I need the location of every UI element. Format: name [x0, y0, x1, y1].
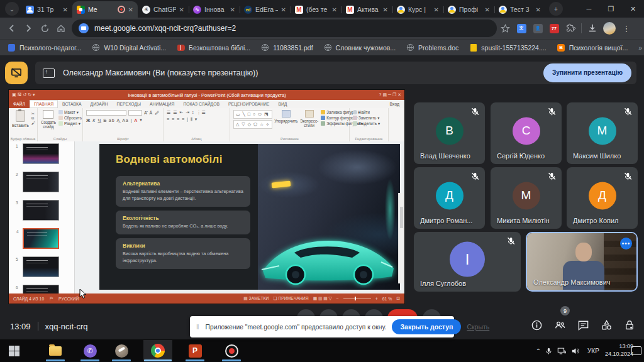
- tab-contacts[interactable]: 31 Тр ✕: [21, 1, 72, 18]
- zoom-out-button[interactable]: −: [336, 297, 339, 301]
- slide-thumbnail-5[interactable]: 5: [23, 256, 59, 277]
- current-slide-canvas[interactable]: Водневі автомобілі Альтернатива Водневі …: [99, 144, 400, 290]
- chrome-menu-kebab-icon[interactable]: ⋮: [620, 22, 633, 35]
- ribbon-tab-review[interactable]: РЕЦЕНЗИРОВАНИЕ: [224, 100, 274, 108]
- language-indicator[interactable]: РУССКИЙ: [58, 297, 79, 301]
- stop-presenting-button[interactable]: Зупинити презентацію: [543, 63, 631, 82]
- slide-thumbnail-2[interactable]: 2: [23, 172, 59, 192]
- tab-course[interactable]: Курс | ✕: [392, 1, 443, 18]
- bookmark-item[interactable]: 11083851.pdf: [261, 43, 313, 52]
- back-button[interactable]: [4, 20, 20, 36]
- tab-meet-active[interactable]: Me ✕: [72, 1, 138, 18]
- close-button[interactable]: ✕: [622, 0, 644, 18]
- tray-microphone-icon[interactable]: [545, 339, 553, 362]
- tray-language-indicator[interactable]: УКР: [587, 339, 599, 362]
- participant-tile[interactable]: С Сергій Юденко: [491, 102, 562, 164]
- tray-clock[interactable]: 13:0924.10.2024: [605, 339, 633, 362]
- stop-access-button[interactable]: Закрыть доступ: [392, 319, 461, 334]
- ribbon-tab-design[interactable]: ДИЗАЙН: [86, 100, 113, 108]
- cut-copy-group[interactable]: ✂⧉🖌: [31, 110, 35, 125]
- tab-innova[interactable]: ∿ Іннова ✕: [189, 1, 240, 18]
- self-video-tile[interactable]: ••• Олександр Максимович: [526, 232, 638, 292]
- ribbon-tab-home[interactable]: ГЛАВНАЯ: [30, 100, 58, 108]
- tab-search-button[interactable]: ⌄: [5, 2, 19, 16]
- new-tab-button[interactable]: +: [549, 2, 563, 16]
- minimize-button[interactable]: ─: [578, 0, 600, 18]
- bookmark-item[interactable]: Словник чужомов...: [324, 43, 396, 52]
- meeting-details-button[interactable]: [529, 317, 544, 332]
- ribbon-tab-animations[interactable]: АНИМАЦИЯ: [145, 100, 179, 108]
- tab-test[interactable]: Тест 3 ✕: [494, 1, 545, 18]
- tab-close-icon[interactable]: ✕: [128, 6, 133, 13]
- slide-thumbnail-1[interactable]: 1: [23, 143, 59, 164]
- bookmark-item[interactable]: BПсихологія вищої...: [557, 43, 628, 52]
- ribbon-tab-slideshow[interactable]: ПОКАЗ СЛАЙДОВ: [179, 100, 224, 108]
- arrange-button[interactable]: Упорядочить: [275, 110, 297, 123]
- align-buttons[interactable]: ≡ ≡ ≡ ≡ | ⫴ ▾: [167, 117, 197, 122]
- gimp-taskbar-icon[interactable]: [114, 343, 129, 358]
- font-size-select[interactable]: [128, 110, 142, 116]
- hide-notification-link[interactable]: Скрыть: [467, 323, 489, 331]
- bookmark-item[interactable]: Психолого-педагог...: [8, 43, 81, 52]
- bookmark-star-icon[interactable]: [497, 20, 513, 36]
- quick-styles-button[interactable]: Экспресс-стили: [300, 110, 318, 128]
- participant-tile[interactable]: В Влад Шевченко: [414, 102, 485, 164]
- bookmark-item[interactable]: Безкоштовна біблі...: [177, 43, 250, 52]
- file-explorer-taskbar-icon[interactable]: [48, 343, 63, 358]
- tab-close-icon[interactable]: ✕: [179, 6, 184, 13]
- shapes-gallery-row2[interactable]: △ ▽ ◇ ⬠ ☆ ⟡: [233, 120, 272, 129]
- screen-recorder-taskbar-icon[interactable]: [224, 343, 239, 358]
- viber-taskbar-icon[interactable]: ✆: [82, 343, 97, 358]
- tab-edera[interactable]: ed EdEra – ✕: [240, 1, 291, 18]
- profile-avatar[interactable]: [603, 22, 616, 35]
- extension-icon[interactable]: 👤: [531, 22, 544, 35]
- bookmark-item[interactable]: W10 Digital Activati...: [92, 43, 166, 52]
- sign-in-link[interactable]: Вход: [390, 100, 404, 108]
- tab-profile[interactable]: Профі ✕: [443, 1, 494, 18]
- presentation-warning-button[interactable]: [5, 62, 28, 84]
- fit-slide-button[interactable]: ⊡: [396, 296, 400, 301]
- participant-tile[interactable]: Д Дмитро Копил: [567, 167, 638, 229]
- tab-close-icon[interactable]: ✕: [383, 6, 388, 13]
- tray-network-icon[interactable]: [557, 339, 567, 362]
- powerpoint-taskbar-icon[interactable]: P: [187, 343, 203, 358]
- view-mode-buttons[interactable]: ▦ ▥ ▤ ▽: [313, 296, 332, 301]
- font-style-buttons[interactable]: Ж К Ч S ab А̲ Aa | А ▾: [86, 118, 143, 123]
- drag-handle-icon[interactable]: ‖: [196, 323, 200, 331]
- bookmarks-overflow-chevron[interactable]: »: [638, 44, 642, 52]
- list-buttons[interactable]: ☰ ☰ ⇤ ⇥ ↕ ⋮☰: [167, 110, 206, 115]
- bookmark-item[interactable]: spuslit-1557135224....: [469, 43, 546, 52]
- ribbon-tab-insert[interactable]: ВСТАВКА: [58, 100, 86, 108]
- tab-chatgpt[interactable]: ✳ ChatGP ✕: [138, 1, 189, 18]
- replace-button[interactable]: Заменить ▾: [353, 116, 380, 120]
- paste-button[interactable]: Вставить: [12, 110, 29, 128]
- tab-close-icon[interactable]: ✕: [536, 6, 541, 13]
- tab-close-icon[interactable]: ✕: [485, 6, 490, 13]
- people-panel-button[interactable]: [552, 317, 567, 332]
- ribbon-tab-transitions[interactable]: ПЕРЕХОДЫ: [113, 100, 146, 108]
- tab-close-icon[interactable]: ✕: [281, 6, 286, 13]
- slide-thumbnail-4-selected[interactable]: 4: [23, 228, 59, 249]
- participant-tile[interactable]: І Ілля Суглобов: [414, 232, 521, 292]
- home-button[interactable]: [53, 20, 69, 36]
- participant-tile[interactable]: Д Дмитро Роман...: [414, 167, 485, 229]
- slide-thumbnail-6[interactable]: 6: [23, 285, 59, 293]
- section-button[interactable]: Раздел ▾: [58, 121, 82, 126]
- tab-close-icon[interactable]: ✕: [63, 6, 68, 13]
- zoom-in-button[interactable]: +: [375, 297, 378, 301]
- comments-button[interactable]: ❏ ПРИМЕЧАНИЯ: [273, 296, 308, 301]
- tab-close-icon[interactable]: ✕: [434, 6, 439, 13]
- tab-close-icon[interactable]: ✕: [230, 6, 235, 13]
- powerpoint-scrollbar[interactable]: [398, 193, 404, 283]
- maximize-button[interactable]: ❐: [600, 0, 622, 18]
- address-bar[interactable]: meet.google.com/xqq-ncit-crq?authuser=2: [72, 19, 497, 37]
- action-center-icon[interactable]: [631, 339, 641, 362]
- shapes-gallery[interactable]: ▭ ╲ □ ○ ⬭ ⬔: [233, 110, 272, 119]
- reload-button[interactable]: [36, 20, 53, 36]
- layout-button[interactable]: Макет ▾: [58, 110, 82, 114]
- find-button[interactable]: Найти: [353, 110, 380, 114]
- ribbon-tab-file[interactable]: ФАЙЛ: [9, 100, 30, 108]
- grow-shrink-font-buttons[interactable]: А̂ А̌ 🖉: [144, 111, 160, 115]
- quick-access-toolbar[interactable]: ▣ 🖫 ↺ ↻ ▾: [12, 92, 35, 97]
- start-button[interactable]: [6, 343, 21, 358]
